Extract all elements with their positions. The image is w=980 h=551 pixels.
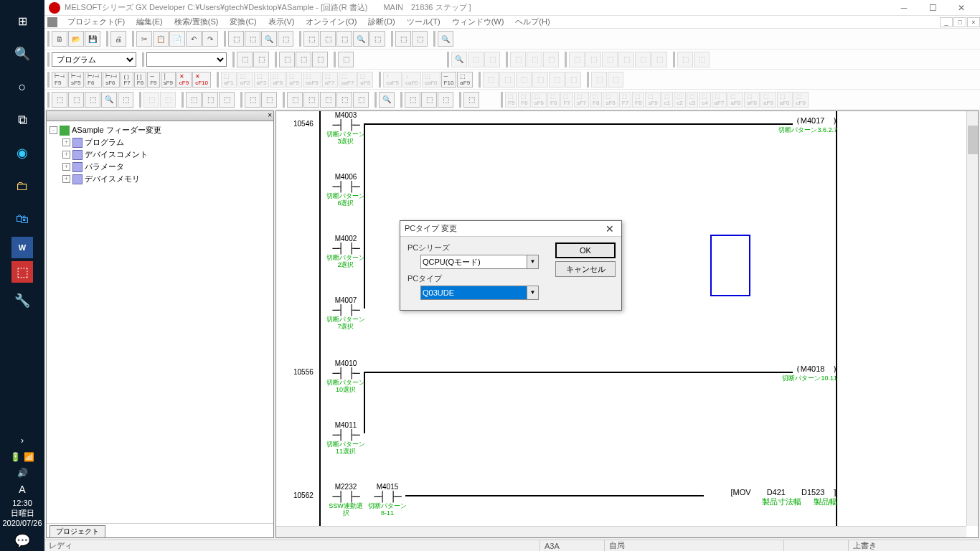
f8[interactable]: [ ]F8	[134, 72, 146, 88]
expand-icon[interactable]: -	[50, 126, 57, 134]
save-icon[interactable]: 💾	[85, 31, 100, 47]
tree-program[interactable]: +プログラム	[62, 136, 270, 149]
tb2-n[interactable]: ⬚	[585, 52, 601, 67]
menu-view[interactable]: 表示(V)	[268, 17, 295, 27]
t3b[interactable]: ⬚	[499, 72, 515, 88]
r4f6[interactable]: ⬚F6	[518, 92, 530, 108]
r4cf9[interactable]: ⬚cF9	[793, 92, 809, 108]
tb2-p[interactable]: ⬚	[618, 52, 634, 67]
contact-m4015[interactable]: M4015─┤ ├─切断パターン8-11	[368, 483, 407, 517]
expand-icon[interactable]: ›	[7, 433, 37, 448]
cortana-icon[interactable]: ○	[7, 72, 37, 102]
tb-j[interactable]: 🔍	[438, 31, 453, 47]
af4[interactable]: ⬚aF8	[270, 72, 286, 88]
r4sf9[interactable]: ⬚sF9	[645, 92, 660, 108]
ladder-editor[interactable]: 10546 M4003─┤ ├─切断パターン3選択 (M4017 ) 切断パター…	[275, 110, 979, 538]
tb2-i[interactable]: ⬚	[484, 52, 500, 67]
print-icon[interactable]: 🖨	[110, 31, 126, 47]
minimize-button[interactable]: ─	[890, 1, 918, 15]
t4g[interactable]: ⬚	[160, 92, 176, 108]
tb2-b[interactable]: ⬚	[253, 52, 269, 67]
menu-tool[interactable]: ツール(T)	[407, 17, 440, 27]
tree-tab-project[interactable]: プロジェクト	[50, 525, 105, 538]
close-button[interactable]: ✕	[947, 1, 976, 15]
tb2-a[interactable]: ⬚	[237, 52, 253, 67]
t4i[interactable]: ⬚	[202, 92, 218, 108]
search-icon[interactable]: 🔍	[7, 39, 37, 69]
saf5[interactable]: ⬚saF5	[303, 72, 321, 88]
coil-m4017[interactable]: (M4017 ) 切断パターン3.6.2.7	[708, 116, 837, 133]
tb-i[interactable]: ⬚	[412, 31, 428, 47]
t4v[interactable]: ⬚	[463, 92, 479, 108]
contact-m4003[interactable]: M4003─┤ ├─切断パターン3選択	[326, 111, 365, 145]
tb-b[interactable]: ⬚	[245, 31, 260, 47]
zoom-icon[interactable]: 🔍	[353, 31, 369, 47]
coil-m4018[interactable]: (M4018 ) 切断パターン10.11	[708, 364, 837, 382]
t4k[interactable]: ⬚	[245, 92, 260, 108]
tray-icons[interactable]: 🔋 📶	[10, 452, 34, 462]
caf5[interactable]: ↑caF5	[383, 72, 402, 88]
menu-edit[interactable]: 編集(E)	[136, 17, 163, 27]
t4a[interactable]: ⬚	[52, 92, 67, 108]
t4d[interactable]: 🔍	[101, 92, 117, 108]
tb2-j[interactable]: ⬚	[510, 52, 526, 67]
maximize-button[interactable]: ☐	[918, 1, 947, 15]
menu-diag[interactable]: 診断(D)	[368, 17, 395, 27]
menu-online[interactable]: オンライン(O)	[306, 17, 357, 27]
sf6[interactable]: ⊢/⊣sF6	[103, 72, 120, 88]
app1-icon[interactable]: ⬚	[11, 261, 33, 283]
t4f[interactable]: ⬚	[143, 92, 159, 108]
r4f8b[interactable]: ⬚F8	[590, 92, 602, 108]
f6[interactable]: ⊢/⊣F6	[85, 72, 102, 88]
af8[interactable]: ⬚aF8	[357, 72, 373, 88]
t4c[interactable]: ⬚	[85, 92, 100, 108]
t3a[interactable]: ⬚	[483, 72, 499, 88]
t4s[interactable]: ⬚	[405, 92, 420, 108]
t3g[interactable]: ⬚	[591, 72, 607, 88]
mdi-max[interactable]: □	[953, 17, 966, 27]
expand-icon[interactable]: +	[62, 175, 70, 183]
select-pcseries[interactable]: QCPU(Qモード)▼	[420, 255, 539, 269]
t4p[interactable]: ⬚	[336, 92, 352, 108]
t4n[interactable]: ⬚	[303, 92, 319, 108]
tb2-e[interactable]: ⬚	[312, 52, 328, 67]
af5[interactable]: ⬚aF5	[286, 72, 302, 88]
tb2-k[interactable]: ⬚	[527, 52, 542, 67]
word-icon[interactable]: W	[11, 237, 33, 258]
r4af0[interactable]: ⬚aF0	[777, 92, 793, 108]
volume-icon[interactable]: 🔊	[17, 468, 28, 478]
contact-m4010[interactable]: M4010─┤ ├─切断パターン10選択	[326, 359, 365, 393]
r4cf3[interactable]: ⬚c3	[687, 92, 698, 108]
sf5[interactable]: ⊢⊣sF5	[68, 72, 84, 88]
select-pctype[interactable]: Q03UDE▼	[420, 286, 539, 300]
r4sf6[interactable]: ⬚sF6	[532, 92, 547, 108]
tb-c[interactable]: ⬚	[278, 31, 293, 47]
t4q[interactable]: ⬚	[353, 92, 369, 108]
mov-instr[interactable]: [MOV D421 D1523 ] 製品寸法幅製品幅	[622, 487, 837, 506]
f5-contact[interactable]: ⊢⊣F5	[52, 72, 67, 88]
t4m[interactable]: ⬚	[287, 92, 303, 108]
t4u[interactable]: ⬚	[438, 92, 453, 108]
t4l[interactable]: ⬚	[261, 92, 277, 108]
open-icon[interactable]: 📂	[68, 31, 84, 47]
af9[interactable]: ⬚aF9	[457, 72, 473, 88]
menu-search[interactable]: 検索/置換(S)	[174, 17, 219, 27]
new-icon[interactable]: 🗎	[52, 31, 67, 47]
r4f8c[interactable]: ⬚F8	[632, 92, 644, 108]
t3h[interactable]: ⬚	[608, 72, 623, 88]
contact-m4006[interactable]: M4006─┤ ├─切断パターン6選択	[326, 173, 365, 207]
mdi-min[interactable]: _	[940, 17, 953, 27]
t4b[interactable]: ⬚	[68, 92, 84, 108]
r4cf4[interactable]: ⬚c4	[699, 92, 710, 108]
tb2-c[interactable]: ⬚	[279, 52, 295, 67]
contact-m2232[interactable]: M2232─┤ ├─SSW連動選択	[326, 483, 365, 517]
taskview-icon[interactable]: ⧉	[7, 105, 37, 135]
t3f[interactable]: ⬚	[565, 72, 581, 88]
af2[interactable]: ⬚aF2	[237, 72, 253, 88]
expand-icon[interactable]: +	[62, 151, 70, 159]
tb-e[interactable]: ⬚	[320, 31, 336, 47]
r4sf7[interactable]: ⬚sF7	[574, 92, 589, 108]
tree-close-icon[interactable]: ×	[268, 111, 272, 119]
tb2-r[interactable]: ⬚	[651, 52, 667, 67]
paste-icon[interactable]: 📄	[169, 31, 185, 47]
